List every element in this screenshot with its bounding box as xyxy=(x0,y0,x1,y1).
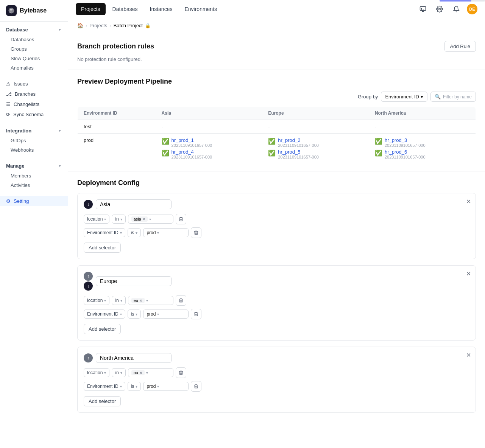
stage-asia-close-button[interactable]: ✕ xyxy=(466,198,471,205)
asia-envid-operator-select[interactable]: is ▾ xyxy=(128,228,141,237)
tab-projects[interactable]: Projects xyxy=(76,3,106,15)
pipeline-header: Group by Environment ID ▾ 🔍 Filter by na… xyxy=(77,92,476,102)
home-icon[interactable]: 🏠 xyxy=(77,23,83,28)
asia-tags-input[interactable]: asia ✕ ▾ xyxy=(128,215,173,224)
add-rule-button[interactable]: Add Rule xyxy=(444,41,476,52)
na-envid-operator-select[interactable]: is ▾ xyxy=(128,382,141,391)
group-by-value: Environment ID xyxy=(385,94,419,100)
db-name[interactable]: hr_prod_2 xyxy=(278,137,319,143)
asia-location-type-select[interactable]: location ▾ xyxy=(84,215,109,224)
manage-group-header[interactable]: Manage ▼ xyxy=(0,161,68,171)
stage-europe-down-button[interactable]: ↓ xyxy=(84,282,93,291)
asia-location-operator-select[interactable]: in ▾ xyxy=(112,215,125,224)
stage-europe-name-input[interactable] xyxy=(96,276,172,286)
asia-tag: asia ✕ xyxy=(131,216,148,222)
db-entry: ✅ hr_prod_3 20231109101657-000 xyxy=(375,137,469,148)
chevron-icon: ▾ xyxy=(136,384,137,389)
sidebar-item-databases[interactable]: Databases xyxy=(0,35,68,44)
asia-selector-2-delete-button[interactable] xyxy=(191,227,201,238)
stage-na-up-button[interactable]: ↑ xyxy=(84,353,93,362)
europe-location-operator-select[interactable]: in ▾ xyxy=(112,296,125,305)
europe-test: - xyxy=(262,120,369,134)
asia-in-label: in xyxy=(115,216,119,222)
sidebar-item-webhooks[interactable]: Webhooks xyxy=(0,145,68,155)
sidebar-item-issues[interactable]: ⚠ Issues xyxy=(0,79,68,89)
db-name[interactable]: hr_prod_6 xyxy=(385,149,426,155)
asia-add-selector-button[interactable]: Add selector xyxy=(84,243,121,253)
sidebar-item-groups[interactable]: Groups xyxy=(0,44,68,54)
stage-na-name-input[interactable] xyxy=(96,353,172,363)
user-avatar[interactable]: DE xyxy=(467,4,477,14)
issues-section: ⚠ Issues ⎇ Branches ☰ Changelists ⟳ Sync… xyxy=(0,76,68,123)
issues-label: Issues xyxy=(14,81,28,87)
europe-selector-1-delete-button[interactable] xyxy=(176,295,186,306)
stage-asia-down-button[interactable]: ↓ xyxy=(84,200,93,209)
na-tag-remove[interactable]: ✕ xyxy=(139,371,142,375)
chevron-icon: ▾ xyxy=(120,384,122,389)
europe-add-selector-button[interactable]: Add selector xyxy=(84,324,121,334)
db-name[interactable]: hr_prod_5 xyxy=(278,149,319,155)
deployment-pipeline-section: Preview Deployment Pipeline Group by Env… xyxy=(68,70,485,171)
sidebar-item-anomalies[interactable]: Anomalies xyxy=(0,63,68,73)
europe-envid-type-select[interactable]: Environment ID ▾ xyxy=(84,310,125,319)
na-tags-input[interactable]: na ✕ ▾ xyxy=(128,368,173,377)
stage-europe-up-button[interactable]: ↑ xyxy=(84,272,93,281)
sidebar-item-setting[interactable]: ⚙ Setting xyxy=(0,196,68,206)
sidebar-item-sync-schema[interactable]: ⟳ Sync Schema xyxy=(0,109,68,120)
db-name[interactable]: hr_prod_3 xyxy=(385,137,426,143)
group-by-select[interactable]: Environment ID ▾ xyxy=(381,92,427,102)
sidebar-item-activities[interactable]: Activities xyxy=(0,180,68,190)
asia-envid-value-select[interactable]: prod ▾ xyxy=(143,228,189,237)
na-location-label: location xyxy=(87,370,103,375)
asia-envid-type-select[interactable]: Environment ID ▾ xyxy=(84,228,125,237)
notification-bell-icon[interactable] xyxy=(450,3,462,15)
db-name[interactable]: hr_prod_4 xyxy=(172,149,212,155)
asia-selector-row-1: location ▾ in ▾ asia ✕ ▾ xyxy=(84,214,469,224)
col-north-america: North America xyxy=(369,107,476,120)
europe-envid-value-select[interactable]: prod ▾ xyxy=(143,310,189,319)
na-selector-2-delete-button[interactable] xyxy=(191,381,201,392)
na-envid-type-select[interactable]: Environment ID ▾ xyxy=(84,382,125,391)
tab-instances[interactable]: Instances xyxy=(145,3,178,15)
database-group-label: Database xyxy=(6,27,28,33)
database-section: Database ▼ Databases Groups Slow Queries… xyxy=(0,22,68,76)
na-selector-1-delete-button[interactable] xyxy=(176,367,186,378)
breadcrumb-projects[interactable]: Projects xyxy=(89,23,107,28)
asia-tag-remove[interactable]: ✕ xyxy=(142,217,145,221)
tab-databases[interactable]: Databases xyxy=(107,3,143,15)
sidebar-item-branches[interactable]: ⎇ Branches xyxy=(0,89,68,99)
asia-test: - xyxy=(156,120,262,134)
na-location-type-select[interactable]: location ▾ xyxy=(84,368,109,377)
stage-asia-name-input[interactable] xyxy=(96,199,172,209)
db-name[interactable]: hr_prod_1 xyxy=(172,137,212,143)
group-by-label: Group by xyxy=(358,94,378,100)
integration-group-header[interactable]: Integration ▼ xyxy=(0,126,68,136)
sidebar-item-gitops[interactable]: GitOps xyxy=(0,136,68,145)
filter-input[interactable]: 🔍 Filter by name xyxy=(430,92,476,102)
na-envid-label: Environment ID xyxy=(87,384,119,389)
tab-environments[interactable]: Environments xyxy=(179,3,222,15)
branches-label: Branches xyxy=(15,91,36,97)
na-add-selector-button[interactable]: Add selector xyxy=(84,396,121,406)
sidebar-item-slow-queries[interactable]: Slow Queries xyxy=(0,54,68,63)
europe-tags-input[interactable]: eu ✕ ▾ xyxy=(128,296,173,305)
europe-envid-operator-select[interactable]: is ▾ xyxy=(128,310,141,319)
sidebar-item-changelists[interactable]: ☰ Changelists xyxy=(0,99,68,109)
svg-point-3 xyxy=(439,8,441,10)
stage-europe-close-button[interactable]: ✕ xyxy=(466,270,471,277)
sidebar-item-members[interactable]: Members xyxy=(0,171,68,180)
settings-gear-icon[interactable] xyxy=(434,3,446,15)
stage-europe-header: ↑ ↓ xyxy=(84,272,469,291)
eu-tag-remove[interactable]: ✕ xyxy=(139,299,142,303)
asia-selector-1-delete-button[interactable] xyxy=(176,214,186,224)
chevron-icon: ▾ xyxy=(120,231,122,235)
na-envid-value-select[interactable]: prod ▾ xyxy=(143,382,189,391)
europe-prod-value: prod xyxy=(147,311,156,317)
europe-location-type-select[interactable]: location ▾ xyxy=(84,296,109,305)
terminal-icon[interactable] xyxy=(417,3,429,15)
europe-selector-2-delete-button[interactable] xyxy=(191,309,201,319)
database-group-header[interactable]: Database ▼ xyxy=(0,25,68,35)
na-location-operator-select[interactable]: in ▾ xyxy=(112,368,125,377)
db-timestamp: 20231109101657-000 xyxy=(385,143,426,148)
stage-na-close-button[interactable]: ✕ xyxy=(466,352,471,359)
